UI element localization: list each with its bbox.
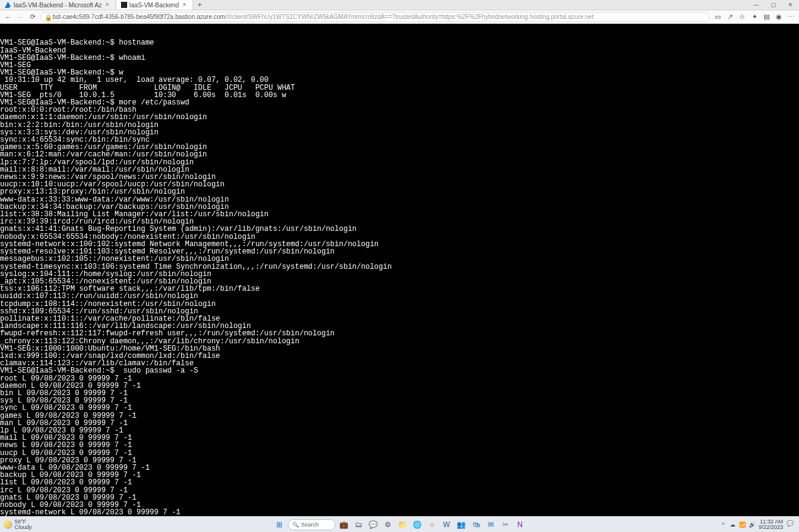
terminal-line: games L 09/08/2023 0 99999 7 -1 xyxy=(0,412,799,420)
window-maximize-button[interactable]: ▢ xyxy=(765,0,782,10)
reading-list-icon[interactable]: ▤ xyxy=(762,13,771,21)
terminal-line: uuidd:x:107:113::/run/uuidd:/usr/sbin/no… xyxy=(0,293,799,300)
terminal-line: VM1-SEG@IaaS-VM-Backend:~$ sudo passwd -… xyxy=(0,367,799,374)
taskbar-weather-widget[interactable]: 58°F Cloudy xyxy=(4,519,32,530)
nav-forward-button[interactable]: → xyxy=(16,13,24,21)
taskbar-start-button[interactable]: ⊞ xyxy=(273,519,285,531)
terminal-line: tcpdump:x:108:114::/nonexistent:/usr/sbi… xyxy=(0,301,799,308)
taskbar-app-explorer[interactable]: 🗂 xyxy=(353,519,365,531)
nav-back-button[interactable]: ← xyxy=(4,13,12,21)
extensions-icon[interactable]: ✦ xyxy=(750,13,759,21)
terminal-favicon-icon xyxy=(121,2,127,8)
terminal-line: IaaS-VM-Backend xyxy=(0,47,799,54)
taskbar-app-store[interactable]: 🛍 xyxy=(470,519,482,531)
window-close-button[interactable]: ✕ xyxy=(782,0,799,10)
taskbar-app-edge[interactable]: 🌐 xyxy=(411,519,424,531)
terminal-line: sync L 09/08/2023 0 99999 7 -1 xyxy=(0,404,799,412)
terminal-line: messagebus:x:102:105::/nonexistent:/usr/… xyxy=(0,255,799,263)
taskbar-app-onenote[interactable]: N xyxy=(514,519,526,531)
terminal-line: proxy:x:13:13:proxy:/bin:/usr/sbin/nolog… xyxy=(0,188,799,195)
terminal-line: 10:31:10 up 42 min, 1 user, load average… xyxy=(0,76,799,84)
nav-refresh-button[interactable]: ⟳ xyxy=(28,13,37,21)
tray-cloud-icon[interactable]: ☁ xyxy=(729,521,737,528)
taskbar-app-chat[interactable]: 💬 xyxy=(367,519,380,531)
browser-tab-0[interactable]: IaaS-VM-Backend - Microsoft Az × xyxy=(0,0,116,10)
terminal-line: root L 09/08/2023 0 99999 7 -1 xyxy=(0,375,799,382)
system-tray: ^ ☁ 📶 🔊 11:32 AM 9/22/2023 💬 xyxy=(720,519,795,530)
terminal-line: fwupd-refresh:x:112:117:fwupd-refresh us… xyxy=(0,330,799,337)
weather-icon xyxy=(4,520,12,529)
favorite-star-icon[interactable]: ☆ xyxy=(738,13,746,21)
clock-date: 9/22/2023 xyxy=(759,525,783,530)
lock-icon: 🔒 xyxy=(45,14,50,20)
tab-close-button[interactable]: × xyxy=(182,2,188,8)
weather-desc: Cloudy xyxy=(15,525,32,530)
terminal-line: USER TTY FROM LOGIN@ IDLE JCPU PCPU WHAT xyxy=(0,84,799,92)
tray-volume-icon[interactable]: 🔊 xyxy=(749,521,756,528)
share-icon[interactable]: ↗ xyxy=(726,13,734,21)
taskbar-app-settings[interactable]: ⚙ xyxy=(382,519,394,531)
taskbar-app-outlook[interactable]: ✉ xyxy=(485,519,497,531)
tray-chevron-icon[interactable]: ^ xyxy=(720,521,727,528)
tab-title: IaaS-VM-Backend xyxy=(130,2,179,9)
tab-close-button[interactable]: × xyxy=(105,2,111,8)
new-tab-button[interactable]: + xyxy=(193,0,207,10)
terminal-line: systemd-timesync:x:103:106:systemd Time … xyxy=(0,263,799,271)
weather-text: 58°F Cloudy xyxy=(15,519,32,530)
search-placeholder: Search xyxy=(301,522,319,528)
tab-title: IaaS-VM-Backend - Microsoft Az xyxy=(13,2,102,9)
taskbar-app-word[interactable]: W xyxy=(441,519,453,531)
terminal-line: systemd-network L 09/08/2023 0 99999 7 -… xyxy=(0,509,799,516)
window-controls: — ▢ ✕ xyxy=(748,0,799,10)
windows-taskbar: 58°F Cloudy ⊞🔍Search💼🗂💬⚙📁🌐○W👥🛍✉✂N ^ ☁ 📶 … xyxy=(0,516,799,532)
notification-bell-icon[interactable]: 💬 xyxy=(787,520,795,529)
url-host: bst-cae4c589-7cdf-4356-b785-bea45f90f72a… xyxy=(53,13,225,20)
terminal-line: irc L 09/08/2023 0 99999 7 -1 xyxy=(0,487,799,494)
browser-tab-bar: IaaS-VM-Backend - Microsoft Az × IaaS-VM… xyxy=(0,0,799,10)
terminal-viewport[interactable]: VM1-SEG@IaaS-VM-Backend:~$ hostnameIaaS-… xyxy=(0,24,799,516)
taskbar-search-input[interactable]: 🔍Search xyxy=(288,519,336,530)
search-icon: 🔍 xyxy=(292,522,299,528)
address-url: bst-cae4c589-7cdf-4356-b785-bea45f90f72a… xyxy=(53,13,594,20)
profile-icon[interactable]: ◉ xyxy=(775,13,783,21)
terminal-line: uucp L 09/08/2023 0 99999 7 -1 xyxy=(0,450,799,457)
terminal-line: VM1-SEG@IaaS-VM-Backend:~$ hostname xyxy=(0,39,799,46)
terminal-line: daemon:x:1:1:daemon:/usr/sbin:/usr/sbin/… xyxy=(0,114,799,121)
more-menu-icon[interactable]: ⋯ xyxy=(787,13,795,21)
url-path: /#/client/SWFhUy1WTS1CYWNrZW5kAGMAYmlmcm… xyxy=(225,13,594,20)
terminal-line: bin:x:2:2:bin:/bin:/usr/sbin/nologin xyxy=(0,122,799,129)
terminal-line: list L 09/08/2023 0 99999 7 -1 xyxy=(0,479,799,486)
terminal-line: VM1-SEG@IaaS-VM-Backend:~$ whoami xyxy=(0,54,799,62)
taskbar-app-briefcase[interactable]: 💼 xyxy=(338,519,350,531)
taskbar-center: ⊞🔍Search💼🗂💬⚙📁🌐○W👥🛍✉✂N xyxy=(273,519,526,531)
window-minimize-button[interactable]: — xyxy=(748,0,765,10)
taskbar-app-files[interactable]: 📁 xyxy=(397,519,409,531)
taskbar-app-snip[interactable]: ✂ xyxy=(499,519,512,531)
terminal-line: man:x:6:12:man:/var/cache/man:/usr/sbin/… xyxy=(0,151,799,158)
taskbar-clock[interactable]: 11:32 AM 9/22/2023 xyxy=(759,519,783,530)
browser-tab-1[interactable]: IaaS-VM-Backend × xyxy=(116,0,193,10)
tray-wifi-icon[interactable]: 📶 xyxy=(739,521,746,528)
app-mode-icon[interactable]: ▭ xyxy=(713,13,722,21)
taskbar-app-chrome[interactable]: ○ xyxy=(426,519,438,531)
browser-address-bar-row: ← → ⟳ 🔒 bst-cae4c589-7cdf-4356-b785-bea4… xyxy=(0,10,799,24)
terminal-line: gnats:x:41:41:Gnats Bug-Reporting System… xyxy=(0,225,799,233)
taskbar-app-teams[interactable]: 👥 xyxy=(455,519,468,531)
azure-favicon-icon xyxy=(5,2,11,8)
terminal-line: _chrony:x:113:122:Chrony daemon,,,:/var/… xyxy=(0,338,799,345)
address-bar-input[interactable]: 🔒 bst-cae4c589-7cdf-4356-b785-bea45f90f7… xyxy=(40,12,710,22)
terminal-line: news L 09/08/2023 0 99999 7 -1 xyxy=(0,442,799,449)
